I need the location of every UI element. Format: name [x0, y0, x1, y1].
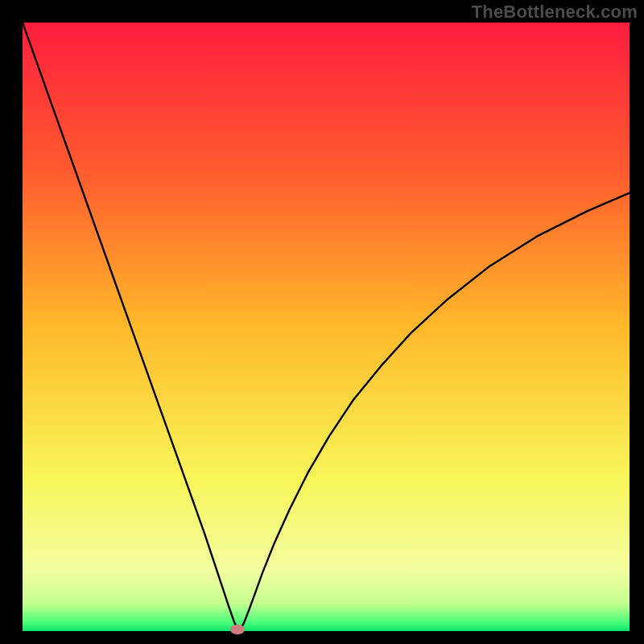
chart-frame: TheBottleneck.com: [0, 0, 644, 644]
plot-background: [23, 23, 630, 631]
watermark-text: TheBottleneck.com: [472, 2, 638, 23]
bottleneck-chart: [23, 23, 630, 631]
